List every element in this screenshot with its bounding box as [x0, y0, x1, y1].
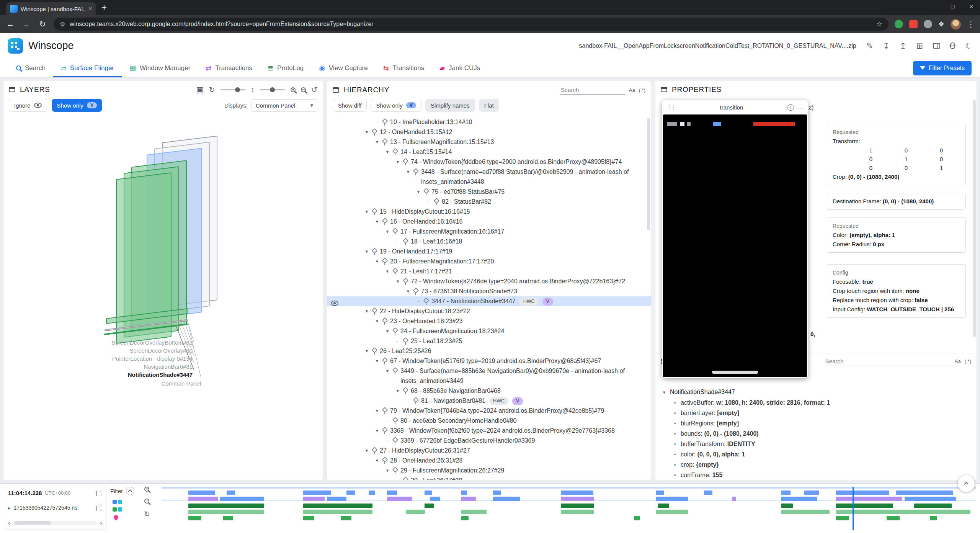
expand-chevron-icon[interactable]: ▾ — [403, 167, 413, 177]
trace-event-segment[interactable] — [369, 490, 375, 495]
property-row[interactable]: • color: (0, 0, 0), alpha: 1 — [672, 449, 971, 459]
expand-chevron-icon[interactable]: ▾ — [362, 207, 371, 217]
property-row[interactable]: • currFrame: 155 — [672, 470, 971, 480]
tree-node[interactable]: ▾ 19 - OneHanded:17:17#19 — [327, 247, 651, 257]
upload-icon[interactable]: ↥ — [900, 42, 906, 50]
expand-chevron-icon[interactable]: ▾ — [362, 306, 371, 316]
tree-node[interactable]: ▾ 15 - HideDisplayCutout:16:16#15 — [327, 207, 651, 217]
expand-chevron-icon[interactable]: ▾ — [383, 466, 392, 476]
pin-icon[interactable] — [402, 158, 408, 166]
simplify-names-button[interactable]: Simplify names — [425, 99, 475, 112]
trace-event-segment[interactable] — [188, 516, 201, 520]
pin-icon[interactable] — [382, 457, 387, 464]
tree-node[interactable]: · 18 - Leaf:16:16#18 — [327, 237, 651, 247]
property-row[interactable]: • barrierLayer: [empty] — [672, 408, 971, 418]
trace-event-segment[interactable] — [341, 516, 351, 520]
tree-node[interactable]: ▾ 68 - 885b63e NavigationBar0#68 — [327, 386, 651, 396]
trace-event-segment[interactable] — [387, 490, 397, 495]
screen-recording-window[interactable]: ⋮⋮ transition i — — [662, 100, 808, 378]
tree-node[interactable]: ▾ 27 - HideDisplayCutout:26:31#27 — [327, 446, 651, 456]
wm-trace-toggle[interactable] — [113, 507, 122, 512]
tree-node[interactable]: ▾ 67 - WindowToken{e5176f9 type=2019 and… — [327, 356, 651, 366]
expand-chevron-icon[interactable]: ▾ — [362, 247, 371, 257]
reload-icon[interactable]: ↻ — [38, 20, 47, 29]
property-row[interactable]: • activeBuffer: w: 1080, h: 2400, stride… — [672, 397, 971, 408]
tree-node[interactable]: ▾ 29 - FullscreenMagnification:26:27#29 — [327, 466, 651, 476]
tree-node[interactable]: ▾ 3368 - WindowToken{f6b2f60 type=2024 a… — [327, 426, 651, 436]
trace-event-segment[interactable] — [461, 490, 467, 495]
tree-node[interactable]: · 80 - ace6abb SecondaryHomeHandle0#80 — [327, 416, 651, 426]
match-case-icon[interactable]: Aa — [955, 358, 961, 364]
trace-event-segment[interactable] — [836, 497, 902, 501]
expand-chevron-icon[interactable]: ▾ — [383, 147, 392, 157]
trace-event-segment[interactable] — [930, 516, 937, 520]
tree-node[interactable]: · 3447 - NotificationShade#3447 HWC V — [327, 296, 651, 306]
tree-node[interactable]: ▾ 72 - WindowToken{a2746de type=2040 and… — [327, 276, 651, 286]
tab-view-capture[interactable]: ◉ View Capture — [311, 59, 375, 77]
rotation-icon[interactable]: ↻ — [209, 86, 215, 93]
pin-icon[interactable] — [371, 307, 377, 315]
filter-presets-button[interactable]: Filter Presets — [913, 61, 972, 75]
screen-recording-titlebar[interactable]: ⋮⋮ transition i — — [662, 100, 808, 114]
expand-chevron-icon[interactable]: ▾ — [393, 276, 402, 286]
tree-node[interactable]: ▾ 79 - WindowToken{7046b4a type=2024 and… — [327, 406, 651, 416]
regex-icon[interactable]: (.*) — [965, 358, 971, 364]
trace-event-segment[interactable] — [461, 497, 476, 501]
trace-event-segment[interactable] — [188, 504, 264, 508]
pin-icon[interactable] — [392, 268, 398, 275]
pin-icon[interactable] — [423, 298, 429, 305]
expand-chevron-icon[interactable]: · — [414, 296, 423, 306]
expand-chevron-icon[interactable]: · — [383, 436, 392, 446]
pin-icon[interactable] — [371, 208, 377, 216]
tab-surface-flinger[interactable]: ▱ Surface Flinger — [53, 59, 122, 77]
pin-icon[interactable] — [433, 198, 439, 206]
url-text[interactable]: winscope.teams.x20web.corp.google.com/pr… — [70, 21, 871, 28]
spacing-icon[interactable]: ↕ — [251, 86, 255, 93]
layer-label[interactable]: ScreenDecorOverlayBottom#61 — [3, 338, 193, 347]
expand-chevron-icon[interactable]: ▾ — [362, 446, 371, 456]
pin-icon[interactable] — [371, 347, 377, 355]
flat-button[interactable]: Flat — [479, 99, 499, 112]
trace-event-segment[interactable] — [425, 490, 432, 495]
pin-icon[interactable] — [371, 248, 377, 255]
pin-icon[interactable] — [392, 467, 398, 474]
extension-icon-2[interactable] — [909, 20, 918, 28]
tree-node[interactable]: · 81 - NavigationBar0#81 HWC V — [327, 396, 651, 406]
trace-event-segment[interactable] — [303, 516, 314, 520]
show-diff-button[interactable]: Show diff — [333, 99, 367, 112]
expand-chevron-icon[interactable]: · — [393, 476, 402, 480]
expand-chevron-icon[interactable]: ▾ — [393, 386, 402, 396]
trace-event-segment[interactable] — [732, 497, 736, 501]
window-maximize-icon[interactable]: □ — [951, 3, 954, 10]
window-close-icon[interactable]: × — [970, 3, 973, 10]
trace-event-segment[interactable] — [346, 490, 355, 495]
pin-icon[interactable] — [382, 138, 387, 146]
trace-event-segment[interactable] — [220, 497, 264, 501]
trace-event-segment[interactable] — [303, 510, 372, 514]
pin-icon[interactable] — [392, 228, 398, 235]
expand-chevron-icon[interactable]: ▾ — [372, 426, 382, 436]
expand-chevron-icon[interactable]: ▾ — [661, 389, 668, 395]
trace-event-segment[interactable] — [781, 510, 830, 514]
expand-chevron-icon[interactable]: ▾ — [414, 187, 423, 197]
trace-event-segment[interactable] — [223, 516, 234, 520]
regex-icon[interactable]: (.*) — [639, 87, 645, 93]
pin-icon[interactable] — [402, 238, 408, 245]
trace-event-segment[interactable] — [188, 497, 218, 501]
expand-chevron-icon[interactable]: ▾ — [383, 326, 392, 336]
trace-event-segment[interactable] — [656, 510, 688, 514]
property-row[interactable]: • bufferTransform: IDENTITY — [672, 439, 971, 449]
expand-chevron-icon[interactable]: · — [403, 396, 413, 406]
pin-icon[interactable] — [392, 327, 398, 335]
pin-icon[interactable] — [392, 437, 398, 445]
timeline-tracks[interactable] — [162, 487, 976, 530]
screen-recording-toggle[interactable] — [113, 514, 119, 521]
expand-chevron-icon[interactable]: ▾ — [372, 217, 382, 227]
match-case-icon[interactable]: Aa — [629, 87, 635, 93]
report-bug-icon[interactable] — [950, 43, 955, 49]
show-only-visible-button[interactable]: Show only V — [371, 99, 421, 112]
properties-scrollbar[interactable] — [973, 100, 976, 337]
timeline-zoom-out-icon[interactable]: − — [144, 499, 149, 504]
layer-label[interactable]: NotificationShade#3447 — [3, 371, 193, 379]
tree-node[interactable]: ▾ 75 - ed70f88 StatusBar#75 — [327, 187, 651, 197]
